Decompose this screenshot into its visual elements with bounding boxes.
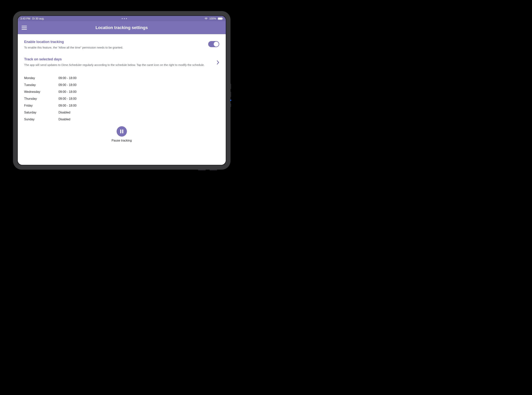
schedule-row: Monday 09:00 - 18:00	[24, 75, 219, 82]
enable-tracking-title: Enable location tracking	[24, 40, 204, 44]
dot-icon	[126, 18, 127, 19]
schedule-row: Friday 09:00 - 18:00	[24, 102, 219, 109]
schedule-time: 09:00 - 18:00	[59, 77, 76, 80]
battery-icon	[218, 17, 223, 20]
enable-tracking-description: To enable this feature, the "Allow all t…	[24, 45, 204, 50]
device-side-buttons	[230, 84, 231, 107]
pause-section: Pause tracking	[24, 126, 219, 142]
device-button	[230, 92, 231, 97]
svg-rect-2	[222, 18, 223, 19]
app-bar: Location tracking settings	[18, 21, 226, 34]
schedule-row: Tuesday 09:00 - 18:00	[24, 82, 219, 88]
schedule-day: Wednesday	[24, 90, 59, 93]
schedule-day: Tuesday	[24, 83, 59, 87]
schedule-day: Saturday	[24, 111, 59, 114]
schedule-row: Thursday 09:00 - 18:00	[24, 95, 219, 102]
schedule-description: The app will send updates to Dime.Schedu…	[24, 63, 212, 67]
enable-tracking-row: Enable location tracking To enable this …	[24, 40, 219, 50]
device-button	[210, 170, 217, 170]
schedule-title: Track on selected days	[24, 57, 212, 61]
schedule-day: Monday	[24, 77, 59, 80]
menu-icon[interactable]	[21, 26, 27, 30]
schedule-row: Wednesday 09:00 - 18:00	[24, 88, 219, 95]
device-button	[230, 84, 231, 89]
multitask-dots[interactable]	[122, 18, 127, 19]
toggle-knob	[214, 42, 219, 47]
schedule-time: 09:00 - 18:00	[59, 83, 76, 87]
schedule-time: Disabled	[59, 111, 70, 114]
device-button	[230, 104, 231, 107]
pause-label: Pause tracking	[112, 139, 132, 142]
screen: 3:43 PM Di 30 aug.	[18, 16, 226, 165]
schedule-header-row: Track on selected days The app will send…	[24, 57, 219, 67]
device-button	[198, 170, 206, 170]
dot-icon	[122, 18, 123, 19]
device-bottom-buttons	[198, 170, 217, 170]
schedule-day: Sunday	[24, 118, 59, 121]
pause-button[interactable]	[117, 126, 127, 137]
schedule-time: 09:00 - 18:00	[59, 90, 76, 93]
schedule-time: Disabled	[59, 118, 70, 121]
status-right: 100%	[204, 17, 223, 20]
tablet-frame: 3:43 PM Di 30 aug.	[13, 11, 231, 170]
schedule-row: Sunday Disabled	[24, 116, 219, 123]
svg-rect-1	[218, 18, 222, 19]
schedule-header-text: Track on selected days The app will send…	[24, 57, 212, 67]
chevron-right-icon[interactable]	[217, 60, 219, 66]
page-title: Location tracking settings	[18, 25, 226, 30]
schedule-row: Saturday Disabled	[24, 109, 219, 116]
svg-rect-3	[120, 130, 121, 133]
pause-icon	[120, 129, 124, 134]
enable-tracking-toggle[interactable]	[208, 41, 219, 47]
status-date: Di 30 aug.	[32, 17, 44, 20]
status-time: 3:43 PM	[20, 17, 30, 20]
schedule-day: Friday	[24, 104, 59, 107]
wifi-icon	[204, 17, 208, 20]
device-bezel: 3:43 PM Di 30 aug.	[17, 15, 226, 165]
status-left: 3:43 PM Di 30 aug.	[20, 17, 44, 20]
schedule-time: 09:00 - 18:00	[59, 97, 76, 100]
schedule-day: Thursday	[24, 97, 59, 100]
svg-rect-4	[122, 130, 123, 133]
enable-tracking-text: Enable location tracking To enable this …	[24, 40, 204, 50]
device-led	[230, 100, 231, 101]
schedule-list: Monday 09:00 - 18:00 Tuesday 09:00 - 18:…	[24, 75, 219, 123]
content-area: Enable location tracking To enable this …	[18, 34, 226, 165]
status-bar: 3:43 PM Di 30 aug.	[18, 16, 226, 21]
schedule-time: 09:00 - 18:00	[59, 104, 76, 107]
battery-percent: 100%	[209, 17, 216, 20]
dot-icon	[124, 18, 125, 19]
